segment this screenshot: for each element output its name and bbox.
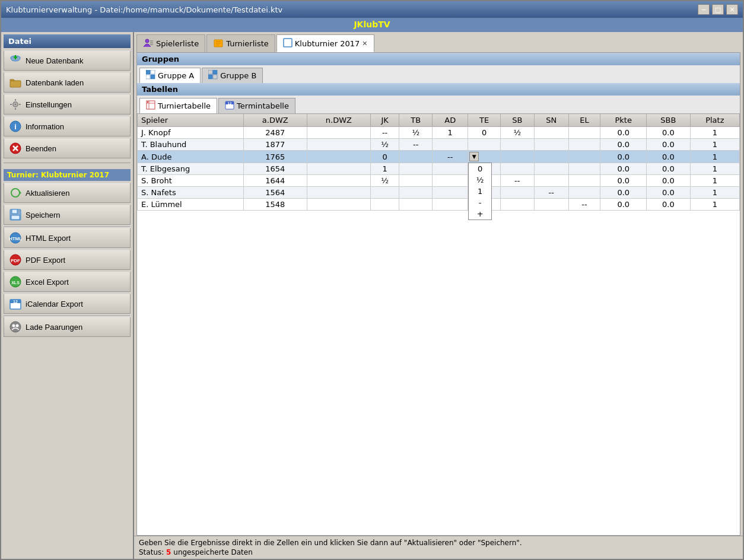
table-row[interactable]: A. Dude17650--▼0½1-+0.00.01 [138, 151, 740, 163]
table-cell-sbb[interactable]: 0.0 [647, 163, 690, 175]
table-cell-sb[interactable] [500, 187, 534, 199]
table-cell-tb[interactable] [399, 187, 433, 199]
dropdown-option[interactable]: + [469, 208, 491, 219]
table-cell-el[interactable] [568, 187, 600, 199]
load-pairs-button[interactable]: Lade Paarungen [4, 317, 131, 337]
gruppe-b-tab[interactable]: Gruppe B [202, 68, 263, 83]
table-cell-pkte[interactable]: 0.0 [600, 187, 647, 199]
maximize-button[interactable]: □ [712, 4, 724, 15]
table-cell-ndwz[interactable] [307, 175, 370, 187]
table-cell-adwz[interactable]: 1548 [243, 199, 307, 211]
table-cell-player[interactable]: E. Lümmel [138, 199, 244, 211]
table-cell-el[interactable] [568, 151, 600, 163]
table-cell-pkte[interactable]: 0.0 [600, 127, 647, 139]
termintabelle-tab[interactable]: 12 Termintabelle [218, 98, 295, 113]
refresh-button[interactable]: Aktualisieren [4, 183, 131, 203]
table-cell-sn[interactable] [534, 127, 568, 139]
table-cell-platz[interactable]: 1 [690, 163, 739, 175]
table-cell-ad[interactable] [433, 199, 468, 211]
table-cell-sb[interactable] [500, 163, 534, 175]
table-cell-tb[interactable] [399, 163, 433, 175]
table-cell-sn[interactable] [534, 139, 568, 151]
table-cell-sn[interactable]: -- [534, 187, 568, 199]
info-button[interactable]: i Information [4, 116, 131, 136]
table-cell-sbb[interactable]: 0.0 [647, 139, 690, 151]
dropdown-option[interactable]: 1 [469, 186, 491, 197]
table-cell-ad[interactable]: 1 [433, 127, 468, 139]
table-row[interactable]: T. Elbgesang165410.00.01 [138, 163, 740, 175]
table-cell-pkte[interactable]: 0.0 [600, 163, 647, 175]
dropdown-button[interactable]: ▼ [469, 152, 479, 161]
table-cell-jk[interactable]: ½ [371, 139, 399, 151]
table-cell-player[interactable]: S. Nafets [138, 187, 244, 199]
tab-turnierliste[interactable]: Turnierliste [206, 34, 275, 52]
settings-button[interactable]: Einstellungen [4, 94, 131, 114]
table-cell-ndwz[interactable] [307, 199, 370, 211]
table-cell-player[interactable]: A. Dude [138, 151, 244, 163]
table-cell-sb[interactable]: -- [500, 175, 534, 187]
table-cell-tb[interactable] [399, 175, 433, 187]
table-cell-el[interactable] [568, 127, 600, 139]
table-cell-te[interactable] [468, 139, 501, 151]
table-cell-player[interactable]: S. Broht [138, 175, 244, 187]
table-cell-ad[interactable] [433, 187, 468, 199]
table-cell-adwz[interactable]: 1765 [243, 151, 307, 163]
table-cell-jk[interactable] [371, 187, 399, 199]
table-cell-sb[interactable] [500, 151, 534, 163]
quit-button[interactable]: Beenden [4, 138, 131, 158]
table-cell-platz[interactable]: 1 [690, 175, 739, 187]
table-cell-ad[interactable] [433, 163, 468, 175]
table-cell-sbb[interactable]: 0.0 [647, 151, 690, 163]
table-cell-sb[interactable] [500, 139, 534, 151]
excel-export-button[interactable]: XLS Excel Export [4, 272, 131, 292]
table-cell-platz[interactable]: 1 [690, 127, 739, 139]
table-cell-player[interactable]: T. Blauhund [138, 139, 244, 151]
new-db-button[interactable]: Neue Datenbank [4, 50, 131, 71]
ical-export-button[interactable]: 12 iCalendar Export [4, 294, 131, 314]
pdf-export-button[interactable]: PDF PDF Export [4, 250, 131, 270]
table-cell-sn[interactable] [534, 175, 568, 187]
table-row[interactable]: S. Nafets1564--0.00.01 [138, 187, 740, 199]
table-cell-te[interactable]: 0 [468, 127, 501, 139]
dropdown-option[interactable]: - [469, 197, 491, 208]
table-cell-sn[interactable] [534, 199, 568, 211]
table-row[interactable]: T. Blauhund1877½--0.00.01 [138, 139, 740, 151]
table-cell-jk[interactable]: 0 [371, 151, 399, 163]
table-cell-pkte[interactable]: 0.0 [600, 175, 647, 187]
table-cell-ndwz[interactable] [307, 151, 370, 163]
table-cell-sn[interactable] [534, 151, 568, 163]
close-window-button[interactable]: ✕ [726, 4, 738, 15]
table-cell-pkte[interactable]: 0.0 [600, 151, 647, 163]
table-cell-ad[interactable] [433, 175, 468, 187]
table-cell-ad[interactable]: -- [433, 151, 468, 163]
table-cell-te[interactable]: ▼0½1-+ [468, 151, 501, 163]
table-cell-adwz[interactable]: 1877 [243, 139, 307, 151]
table-cell-tb[interactable]: ½ [399, 127, 433, 139]
table-cell-adwz[interactable]: 1644 [243, 175, 307, 187]
load-db-button[interactable]: Datenbank laden [4, 72, 131, 93]
table-cell-el[interactable] [568, 163, 600, 175]
dropdown-option[interactable]: ½ [469, 174, 491, 186]
tab-klubturnier[interactable]: Klubturnier 2017 ✕ [276, 34, 374, 52]
table-cell-adwz[interactable]: 1654 [243, 163, 307, 175]
table-cell-jk[interactable]: 1 [371, 163, 399, 175]
table-cell-el[interactable] [568, 139, 600, 151]
table-cell-sbb[interactable]: 0.0 [647, 127, 690, 139]
table-cell-sb[interactable] [500, 199, 534, 211]
table-cell-ndwz[interactable] [307, 127, 370, 139]
table-cell-jk[interactable]: ½ [371, 175, 399, 187]
tab-close-button[interactable]: ✕ [362, 40, 367, 47]
table-row[interactable]: E. Lümmel1548--0.00.01 [138, 199, 740, 211]
table-row[interactable]: J. Knopf2487--½10½0.00.01 [138, 127, 740, 139]
tab-spielerliste[interactable]: Spielerliste [136, 34, 205, 52]
table-cell-el[interactable] [568, 175, 600, 187]
table-cell-sb[interactable]: ½ [500, 127, 534, 139]
table-cell-sbb[interactable]: 0.0 [647, 199, 690, 211]
table-cell-adwz[interactable]: 1564 [243, 187, 307, 199]
table-row[interactable]: S. Broht1644½--0.00.01 [138, 175, 740, 187]
table-cell-pkte[interactable]: 0.0 [600, 199, 647, 211]
minimize-button[interactable]: − [698, 4, 710, 15]
gruppe-a-tab[interactable]: Gruppe A [139, 68, 201, 83]
turniertabelle-tab[interactable]: Turniertabelle [139, 98, 217, 113]
html-export-button[interactable]: HTML HTML Export [4, 228, 131, 248]
